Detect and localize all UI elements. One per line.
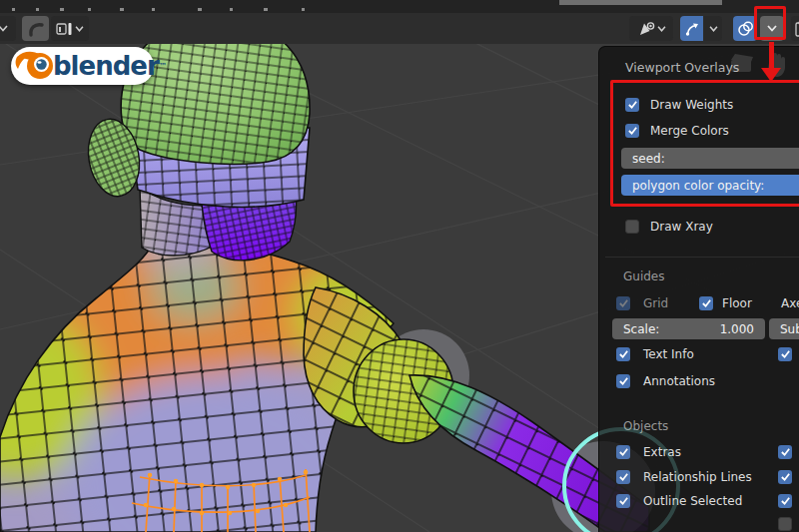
snapping-dropdown-button[interactable] [704, 16, 722, 41]
checkbox-right-3[interactable] [778, 470, 792, 484]
display-mode-button[interactable] [51, 16, 89, 41]
checkbox-floor[interactable] [699, 296, 713, 310]
check-icon [618, 376, 629, 386]
label-draw-xray: Draw Xray [650, 220, 713, 234]
clipboard-icon [795, 21, 799, 37]
chevron-down-icon [657, 26, 666, 32]
divider [605, 257, 799, 258]
blender-logo-text: blender [53, 47, 159, 85]
section-objects: Objects [623, 419, 668, 433]
popover-title: Viewport Overlays [625, 60, 739, 75]
snap-arc-icon [684, 21, 700, 37]
snapping-button[interactable] [680, 16, 703, 41]
checkbox-draw-xray[interactable] [625, 220, 639, 234]
blender-logo-icon [13, 47, 53, 85]
checkbox-extras[interactable] [616, 445, 630, 459]
checkbox-relationship-lines[interactable] [616, 470, 630, 484]
label-extras: Extras [643, 445, 681, 459]
label-text-info: Text Info [643, 347, 694, 361]
blender-app-window: { "app": { "name": "Blender" }, "logo": … [0, 0, 799, 532]
checkbox-right-4[interactable] [778, 494, 792, 508]
clapper-ghost-icon [729, 52, 755, 76]
check-icon [780, 447, 791, 457]
subdivisions-slider-clipped[interactable]: Subdivisions [769, 318, 799, 339]
section-guides: Guides [623, 269, 665, 283]
label-floor: Floor [722, 296, 752, 310]
check-icon [701, 298, 712, 308]
chevron-down-icon [709, 26, 718, 32]
label-outline-selected: Outline Selected [643, 494, 742, 508]
falloff-button[interactable] [22, 16, 49, 41]
chevron-down-icon [75, 26, 84, 32]
check-icon [780, 349, 791, 359]
check-icon [780, 472, 791, 482]
viewport-header [0, 13, 799, 44]
annotation-box-options [610, 80, 799, 207]
scale-label: Scale: [623, 322, 659, 336]
trademark: ™ [159, 62, 167, 71]
check-icon [618, 472, 629, 482]
annotation-box-dropdown [754, 6, 786, 40]
clipboard-partial-button[interactable] [791, 16, 799, 41]
show-gizmo-button[interactable] [629, 16, 673, 41]
blender-logo: blender™ [11, 47, 154, 85]
chevron-down-icon [0, 25, 8, 32]
checkbox-outline-selected[interactable] [616, 494, 630, 508]
label-relationship-lines: Relationship Lines [643, 470, 752, 484]
checkbox-right-2[interactable] [778, 445, 792, 459]
checkbox-text-info[interactable] [616, 347, 630, 361]
gizmo-icon [637, 20, 655, 38]
subdivisions-label: Subdivisions [780, 322, 799, 336]
overlays-icon [737, 20, 754, 37]
menubar-field-partial [559, 0, 722, 5]
checkbox-right-5[interactable] [778, 517, 792, 531]
label-axes-clipped: Axes [781, 296, 799, 310]
check-icon [618, 496, 629, 506]
check-icon [780, 496, 791, 506]
check-icon [618, 349, 629, 359]
scale-value: 1.000 [720, 322, 754, 336]
checkbox-right-1[interactable] [778, 347, 792, 361]
scale-slider[interactable]: Scale: 1.000 [612, 318, 765, 339]
dropdown-partial-button[interactable] [0, 16, 16, 41]
display-mode-icon [56, 22, 73, 36]
annotation-arrow-shaft [769, 42, 774, 69]
check-icon [618, 447, 629, 457]
checkbox-annotations[interactable] [616, 374, 630, 388]
label-annotations: Annotations [643, 374, 715, 388]
checkbox-grid[interactable] [616, 296, 630, 310]
menubar-clipped [0, 0, 799, 13]
label-grid: Grid [643, 296, 668, 310]
check-icon [618, 298, 629, 308]
falloff-curve-icon [27, 20, 45, 38]
